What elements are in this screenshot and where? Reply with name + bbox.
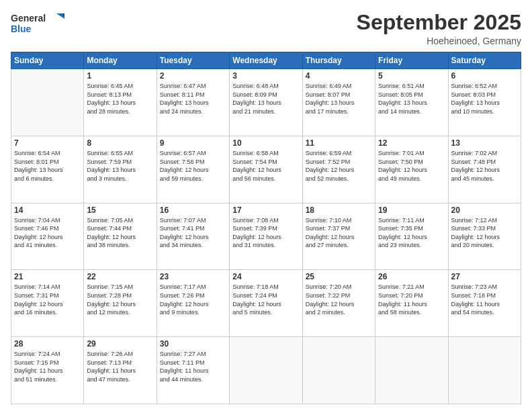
calendar-page: General Blue September 2025 Hoeheinoed, … [0,0,532,411]
day-info: Sunrise: 6:58 AM Sunset: 7:54 PM Dayligh… [232,149,299,183]
day-number: 10 [232,138,299,148]
day-number: 29 [87,339,153,349]
day-info: Sunrise: 7:27 AM Sunset: 7:11 PM Dayligh… [160,350,226,383]
calendar-week-row: 21Sunrise: 7:14 AM Sunset: 7:31 PM Dayli… [11,270,521,337]
day-number: 25 [306,272,372,281]
day-info: Sunrise: 7:15 AM Sunset: 7:28 PM Dayligh… [87,283,153,316]
day-number: 27 [451,272,518,281]
day-number: 30 [160,339,226,349]
day-info: Sunrise: 7:08 AM Sunset: 7:39 PM Dayligh… [232,216,299,250]
day-info: Sunrise: 7:24 AM Sunset: 7:15 PM Dayligh… [14,350,81,383]
calendar-week-row: 28Sunrise: 7:24 AM Sunset: 7:15 PM Dayli… [11,337,521,404]
day-info: Sunrise: 7:18 AM Sunset: 7:24 PM Dayligh… [232,283,299,316]
day-number: 26 [378,272,445,281]
calendar-cell: 29Sunrise: 7:26 AM Sunset: 7:13 PM Dayli… [84,337,157,404]
title-block: September 2025 Hoeheinoed, Germany [357,11,521,46]
day-info: Sunrise: 6:48 AM Sunset: 8:09 PM Dayligh… [232,82,299,116]
day-number: 12 [378,138,445,148]
calendar-cell: 12Sunrise: 7:01 AM Sunset: 7:50 PM Dayli… [375,136,448,203]
day-info: Sunrise: 6:54 AM Sunset: 8:01 PM Dayligh… [14,149,81,183]
calendar-cell [302,337,375,404]
calendar-cell: 30Sunrise: 7:27 AM Sunset: 7:11 PM Dayli… [157,337,229,404]
calendar-cell: 5Sunrise: 6:51 AM Sunset: 8:05 PM Daylig… [375,69,448,136]
calendar-week-row: 1Sunrise: 6:45 AM Sunset: 8:13 PM Daylig… [11,69,521,136]
svg-text:Blue: Blue [11,24,32,34]
svg-text:General: General [11,13,46,24]
logo-svg: General Blue [11,11,64,36]
calendar-cell: 19Sunrise: 7:11 AM Sunset: 7:35 PM Dayli… [375,203,448,270]
day-number: 24 [232,272,299,281]
day-number: 4 [306,71,372,81]
calendar-cell: 20Sunrise: 7:12 AM Sunset: 7:33 PM Dayli… [448,203,521,270]
month-title: September 2025 [357,11,521,34]
day-info: Sunrise: 6:57 AM Sunset: 7:56 PM Dayligh… [160,149,226,183]
day-number: 13 [451,138,518,148]
day-info: Sunrise: 7:11 AM Sunset: 7:35 PM Dayligh… [378,216,445,250]
day-number: 18 [306,205,372,215]
day-info: Sunrise: 7:04 AM Sunset: 7:46 PM Dayligh… [14,216,81,250]
calendar-table: Sunday Monday Tuesday Wednesday Thursday… [11,52,521,404]
header-thursday: Thursday [302,52,375,69]
day-info: Sunrise: 7:05 AM Sunset: 7:44 PM Dayligh… [87,216,153,250]
day-number: 22 [87,272,153,281]
day-number: 11 [306,138,372,148]
day-info: Sunrise: 7:21 AM Sunset: 7:20 PM Dayligh… [378,283,445,316]
day-number: 5 [378,71,445,81]
day-number: 19 [378,205,445,215]
day-number: 21 [14,272,81,281]
calendar-cell: 7Sunrise: 6:54 AM Sunset: 8:01 PM Daylig… [11,136,84,203]
calendar-cell [448,337,521,404]
day-number: 6 [451,71,518,81]
calendar-cell: 2Sunrise: 6:47 AM Sunset: 8:11 PM Daylig… [157,69,229,136]
day-number: 17 [232,205,299,215]
header-monday: Monday [84,52,157,69]
location: Hoeheinoed, Germany [357,36,521,46]
day-info: Sunrise: 7:26 AM Sunset: 7:13 PM Dayligh… [87,350,153,383]
calendar-cell: 8Sunrise: 6:55 AM Sunset: 7:59 PM Daylig… [84,136,157,203]
calendar-cell: 18Sunrise: 7:10 AM Sunset: 7:37 PM Dayli… [302,203,375,270]
day-info: Sunrise: 6:45 AM Sunset: 8:13 PM Dayligh… [87,82,153,116]
calendar-cell: 13Sunrise: 7:02 AM Sunset: 7:48 PM Dayli… [448,136,521,203]
header: General Blue September 2025 Hoeheinoed, … [11,11,521,46]
day-info: Sunrise: 7:07 AM Sunset: 7:41 PM Dayligh… [160,216,226,250]
header-saturday: Saturday [448,52,521,69]
header-tuesday: Tuesday [157,52,229,69]
calendar-cell: 15Sunrise: 7:05 AM Sunset: 7:44 PM Dayli… [84,203,157,270]
calendar-header-row: Sunday Monday Tuesday Wednesday Thursday… [11,52,521,69]
calendar-cell: 14Sunrise: 7:04 AM Sunset: 7:46 PM Dayli… [11,203,84,270]
day-number: 1 [87,71,153,81]
calendar-cell: 25Sunrise: 7:20 AM Sunset: 7:22 PM Dayli… [302,270,375,337]
day-number: 16 [160,205,226,215]
logo: General Blue [11,11,64,36]
day-number: 20 [451,205,518,215]
calendar-week-row: 14Sunrise: 7:04 AM Sunset: 7:46 PM Dayli… [11,203,521,270]
header-friday: Friday [375,52,448,69]
day-info: Sunrise: 6:49 AM Sunset: 8:07 PM Dayligh… [306,82,372,116]
calendar-cell: 3Sunrise: 6:48 AM Sunset: 8:09 PM Daylig… [230,69,302,136]
day-number: 14 [14,205,81,215]
day-info: Sunrise: 7:20 AM Sunset: 7:22 PM Dayligh… [306,283,372,316]
calendar-cell: 27Sunrise: 7:23 AM Sunset: 7:18 PM Dayli… [448,270,521,337]
day-info: Sunrise: 7:23 AM Sunset: 7:18 PM Dayligh… [451,283,518,316]
calendar-cell: 17Sunrise: 7:08 AM Sunset: 7:39 PM Dayli… [230,203,302,270]
day-info: Sunrise: 6:59 AM Sunset: 7:52 PM Dayligh… [306,149,372,183]
header-wednesday: Wednesday [230,52,302,69]
day-number: 23 [160,272,226,281]
calendar-cell: 24Sunrise: 7:18 AM Sunset: 7:24 PM Dayli… [230,270,302,337]
day-number: 28 [14,339,81,349]
calendar-cell: 10Sunrise: 6:58 AM Sunset: 7:54 PM Dayli… [230,136,302,203]
day-number: 8 [87,138,153,148]
calendar-cell: 11Sunrise: 6:59 AM Sunset: 7:52 PM Dayli… [302,136,375,203]
calendar-cell [230,337,302,404]
day-number: 9 [160,138,226,148]
calendar-cell: 1Sunrise: 6:45 AM Sunset: 8:13 PM Daylig… [84,69,157,136]
calendar-cell: 23Sunrise: 7:17 AM Sunset: 7:26 PM Dayli… [157,270,229,337]
day-info: Sunrise: 7:02 AM Sunset: 7:48 PM Dayligh… [451,149,518,183]
day-number: 3 [232,71,299,81]
day-info: Sunrise: 6:55 AM Sunset: 7:59 PM Dayligh… [87,149,153,183]
day-info: Sunrise: 7:10 AM Sunset: 7:37 PM Dayligh… [306,216,372,250]
header-sunday: Sunday [11,52,84,69]
day-info: Sunrise: 7:01 AM Sunset: 7:50 PM Dayligh… [378,149,445,183]
calendar-cell: 28Sunrise: 7:24 AM Sunset: 7:15 PM Dayli… [11,337,84,404]
calendar-cell: 6Sunrise: 6:52 AM Sunset: 8:03 PM Daylig… [448,69,521,136]
